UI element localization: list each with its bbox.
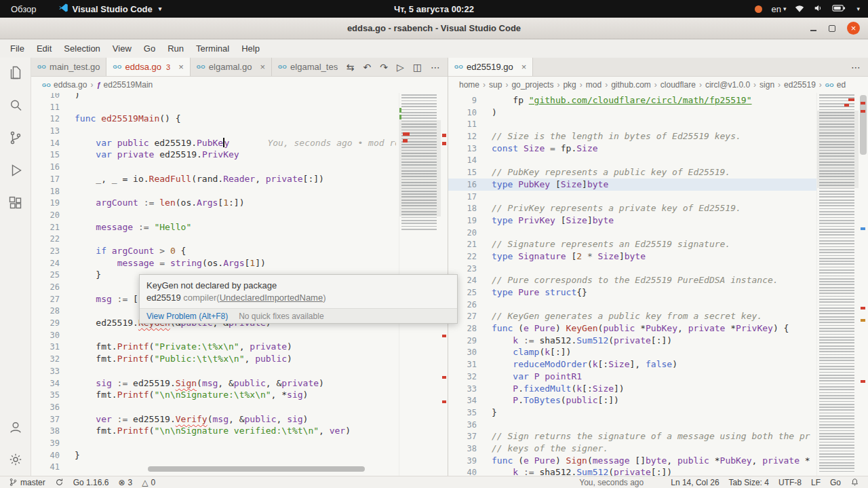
code-line[interactable]: 19type PrivKey [Size]byte [448, 214, 816, 227]
breadcrumb-item[interactable]: ed25519 [784, 80, 816, 90]
code-area[interactable]: 9 fp "github.com/cloudflare/circl/math/f… [448, 94, 816, 476]
diagnostic-code-link[interactable]: UndeclaredImportedName [220, 293, 323, 303]
status-sync[interactable] [50, 476, 68, 488]
volume-icon[interactable] [813, 3, 823, 15]
code-line[interactable]: 25type Pure struct{} [448, 286, 816, 299]
code-line[interactable]: 11 [448, 118, 816, 130]
code-line[interactable]: 14 [448, 154, 816, 166]
close-button[interactable]: × [847, 22, 860, 35]
close-icon[interactable]: × [260, 62, 265, 72]
view-problem-link[interactable]: View Problem (Alt+F8) [146, 312, 228, 321]
manage-icon[interactable] [7, 451, 24, 468]
code-line[interactable]: 33 P.fixedMult(k[:Size]) [448, 383, 816, 395]
search-icon[interactable] [7, 97, 24, 113]
code-line[interactable]: 23 [448, 263, 816, 275]
code-line[interactable]: 11 [31, 101, 396, 113]
maximize-button[interactable] [829, 25, 835, 32]
menu-go[interactable]: Go [138, 41, 161, 56]
code-line[interactable]: 19 argCount := len(os.Args[1:]) [31, 197, 396, 209]
status-warnings[interactable]: △0 [137, 476, 160, 488]
code-line[interactable]: 16type PubKey [Size]byte [448, 179, 816, 191]
code-line[interactable]: 12// Size is the length in bytes of Ed25… [448, 130, 816, 143]
explorer-icon[interactable] [7, 64, 24, 81]
overview-ruler[interactable] [859, 93, 868, 476]
breadcrumb-item[interactable]: mod [586, 80, 601, 90]
menu-help[interactable]: Help [235, 41, 266, 56]
status-cursor-position[interactable]: Ln 14, Col 26 [666, 476, 724, 488]
more-actions-icon[interactable]: ⋯ [431, 62, 440, 73]
code-line[interactable]: 36 [448, 419, 816, 431]
code-line[interactable]: 32 fmt.Printf("Public:\t\t%x\n", public) [31, 353, 396, 365]
code-line[interactable]: 33 [31, 365, 396, 377]
code-line[interactable]: 23 if argCount > 0 { [31, 245, 396, 257]
status-indentation[interactable]: Tab Size: 4 [724, 476, 774, 488]
split-editor-icon[interactable]: ◫ [413, 62, 422, 73]
code-line[interactable]: 21// Signature represents an Ed25519 sig… [448, 238, 816, 250]
battery-icon[interactable] [832, 4, 846, 14]
code-line[interactable]: 13const Size = fp.Size [448, 143, 816, 155]
run-file-icon[interactable]: ▷ [397, 62, 404, 73]
code-line[interactable]: 31 reduceModOrder(k[:Size], false) [448, 358, 816, 371]
minimize-button[interactable] [810, 24, 817, 32]
accounts-icon[interactable] [7, 419, 24, 435]
source-control-icon[interactable] [7, 130, 24, 146]
code-line[interactable]: 30 [31, 329, 396, 341]
network-icon[interactable] [795, 4, 804, 14]
code-line[interactable]: 18 [31, 185, 396, 198]
code-line[interactable]: 29 k := sha512.Sum512(private[:]) [448, 335, 816, 347]
app-menu-button[interactable]: Visual Studio Code▾ [58, 3, 162, 15]
code-line[interactable]: 12func ed25519Main() { [31, 113, 396, 125]
code-line[interactable]: 9 fp "github.com/cloudflare/circl/math/f… [448, 94, 816, 107]
status-eol[interactable]: LF [806, 476, 825, 488]
code-line[interactable]: 37// Sign returns the signature of a mes… [448, 430, 816, 443]
code-line[interactable]: 24// Pure corresponds to the Ed25519 Pur… [448, 274, 816, 286]
code-line[interactable]: 15 var private ed25519.PrivKey [31, 149, 396, 161]
extensions-icon[interactable] [7, 195, 24, 211]
code-line[interactable]: 39func (e Pure) Sign(message []byte, pub… [448, 455, 816, 467]
tab-main_test.go[interactable]: GOmain_test.go [31, 58, 106, 76]
breadcrumb-item[interactable]: github.com [611, 80, 651, 90]
code-line[interactable]: 36 [31, 401, 396, 413]
run-and-debug-icon[interactable] [7, 162, 24, 179]
code-line[interactable]: 24 message = string(os.Args[1]) [31, 257, 396, 269]
minimap[interactable] [816, 93, 859, 476]
code-line[interactable]: 35} [448, 407, 816, 419]
breadcrumb-item[interactable]: cloudflare [660, 80, 696, 90]
code-line[interactable]: 34 sig := ed25519.Sign(msg, &public, &pr… [31, 377, 396, 390]
tab-ed25519.go[interactable]: GOed25519.go× [448, 58, 533, 76]
code-line[interactable]: 18// PrivKey represents a private key of… [448, 202, 816, 214]
close-icon[interactable]: × [521, 62, 527, 72]
breadcrumb-item[interactable]: go_projects [511, 80, 553, 90]
code-line[interactable]: 10) [31, 93, 396, 101]
status-notifications[interactable] [846, 476, 864, 488]
previous-change-icon[interactable]: ↶ [363, 62, 372, 73]
code-line[interactable]: 30 clamp(k[:]) [448, 346, 816, 358]
code-line[interactable]: 39 [31, 437, 396, 449]
code-line[interactable]: 35 fmt.Printf("\n\nSignature:\t%x\n", *s… [31, 389, 396, 401]
breadcrumb-item[interactable]: home [459, 80, 479, 90]
code-line[interactable]: 22type Signature [2 * Size]byte [448, 250, 816, 263]
code-line[interactable]: 15// PubKey represents a public key of E… [448, 166, 816, 179]
breadcrumb-item[interactable]: sign [760, 80, 774, 90]
status-encoding[interactable]: UTF-8 [774, 476, 806, 488]
code-line[interactable]: 40 k := sha512.Sum512(private[:]) [448, 466, 816, 476]
next-change-icon[interactable]: ↷ [380, 62, 388, 73]
menu-view[interactable]: View [106, 41, 138, 56]
horizontal-scrollbar[interactable] [148, 466, 365, 472]
status-language-mode[interactable]: Go [825, 476, 846, 488]
code-line[interactable]: 14 var public ed25519.PubKeyYou, seconds… [31, 137, 396, 149]
menu-terminal[interactable]: Terminal [190, 41, 235, 56]
tab-eddsa.go[interactable]: GOeddsa.go3× [106, 58, 190, 76]
code-line[interactable]: 31 fmt.Printf("Private:\t%x\n", private) [31, 341, 396, 353]
code-line[interactable]: 21 message := "Hello" [31, 221, 396, 233]
open-changes-icon[interactable]: ⇆ [347, 62, 355, 73]
status-blame[interactable]: You, seconds ago [574, 476, 648, 488]
clock[interactable]: Чт, 5 августа 00:22 [394, 4, 474, 14]
code-line[interactable]: 10) [448, 107, 816, 119]
tab-elgamal.go[interactable]: GOelgamal.go× [191, 58, 272, 76]
code-line[interactable]: 26 [448, 299, 816, 311]
update-indicator-icon[interactable] [755, 5, 762, 13]
menu-file[interactable]: File [4, 41, 31, 56]
code-line[interactable]: 34 P.ToBytes(public[:]) [448, 394, 816, 407]
menu-run[interactable]: Run [161, 41, 190, 56]
